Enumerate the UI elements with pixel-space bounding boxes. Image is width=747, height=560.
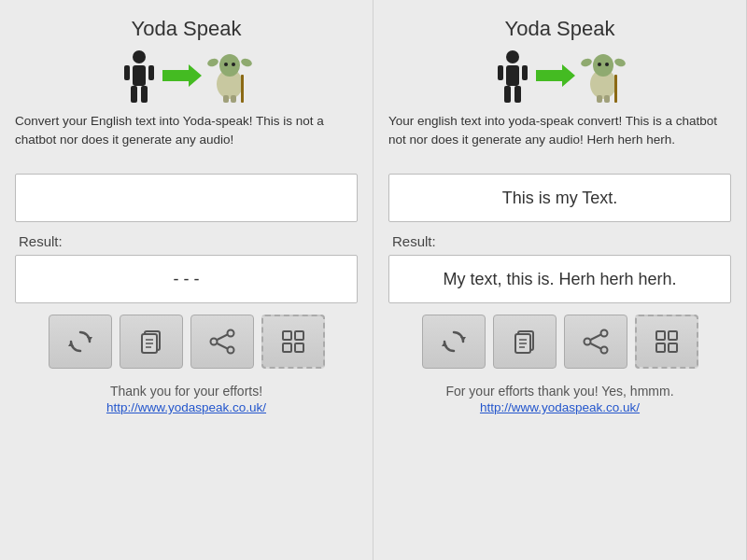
right-grid-button[interactable] bbox=[635, 315, 698, 369]
right-text-input[interactable] bbox=[388, 174, 731, 222]
svg-rect-61 bbox=[669, 331, 677, 340]
svg-point-24 bbox=[227, 347, 233, 354]
svg-rect-30 bbox=[283, 343, 291, 352]
svg-rect-2 bbox=[131, 86, 137, 103]
svg-rect-28 bbox=[283, 331, 291, 340]
svg-point-42 bbox=[613, 57, 625, 68]
svg-rect-14 bbox=[223, 95, 229, 103]
svg-rect-15 bbox=[231, 95, 236, 103]
left-copy-button[interactable] bbox=[120, 315, 183, 369]
svg-marker-17 bbox=[68, 342, 74, 346]
person-icon bbox=[121, 49, 157, 103]
grid-icon bbox=[279, 328, 307, 356]
svg-line-59 bbox=[590, 343, 600, 349]
svg-rect-35 bbox=[514, 86, 521, 103]
svg-point-55 bbox=[600, 330, 607, 337]
right-refresh-button[interactable] bbox=[422, 315, 486, 369]
svg-rect-45 bbox=[614, 75, 617, 103]
right-app-title: Yoda Speak bbox=[505, 17, 615, 41]
right-grid-icon bbox=[653, 328, 681, 356]
svg-rect-36 bbox=[498, 65, 503, 80]
svg-rect-29 bbox=[295, 331, 303, 340]
svg-rect-33 bbox=[506, 65, 519, 86]
svg-rect-60 bbox=[656, 331, 665, 340]
right-panel: Yoda Speak Your english text into bbox=[374, 0, 747, 560]
right-buttons-row bbox=[388, 315, 731, 369]
svg-line-26 bbox=[217, 335, 227, 341]
svg-marker-49 bbox=[442, 342, 447, 346]
svg-point-44 bbox=[605, 63, 609, 66]
svg-point-25 bbox=[210, 339, 217, 345]
right-share-button[interactable] bbox=[564, 315, 627, 369]
svg-rect-5 bbox=[148, 65, 154, 80]
left-panel: Yoda Speak bbox=[0, 0, 374, 560]
svg-point-11 bbox=[224, 63, 228, 66]
svg-point-40 bbox=[593, 54, 613, 77]
right-footer-text: For your efforts thank you! Yes, hmmm. bbox=[445, 384, 673, 399]
left-footer-text: Thank you for your efforts! bbox=[110, 384, 262, 399]
svg-rect-3 bbox=[141, 86, 148, 103]
right-share-icon bbox=[582, 328, 610, 356]
svg-point-10 bbox=[239, 57, 251, 68]
left-result-label: Result: bbox=[19, 233, 63, 249]
svg-point-43 bbox=[598, 63, 601, 66]
right-result-label: Result: bbox=[392, 233, 436, 249]
svg-marker-6 bbox=[162, 64, 202, 87]
right-copy-icon bbox=[511, 328, 539, 356]
left-footer-link[interactable]: http://www.yodaspeak.co.uk/ bbox=[106, 400, 266, 414]
svg-point-56 bbox=[600, 347, 607, 354]
svg-rect-63 bbox=[669, 343, 677, 352]
svg-point-0 bbox=[133, 50, 146, 63]
svg-rect-34 bbox=[504, 86, 511, 103]
left-buttons-row bbox=[15, 315, 358, 369]
svg-rect-31 bbox=[295, 343, 303, 352]
svg-point-9 bbox=[207, 57, 219, 68]
yoda-icon bbox=[207, 49, 252, 103]
svg-point-23 bbox=[227, 330, 233, 337]
left-text-input[interactable] bbox=[15, 174, 358, 222]
svg-rect-47 bbox=[604, 95, 610, 103]
svg-point-8 bbox=[219, 54, 240, 77]
copy-icon bbox=[137, 328, 165, 356]
svg-line-27 bbox=[217, 343, 227, 349]
arrow-icon bbox=[162, 61, 202, 91]
svg-marker-38 bbox=[536, 64, 575, 87]
right-arrow-icon bbox=[536, 61, 575, 91]
left-result-box: - - - bbox=[15, 255, 358, 303]
svg-rect-37 bbox=[522, 65, 528, 80]
right-yoda-icon bbox=[581, 49, 626, 103]
svg-point-41 bbox=[581, 57, 593, 68]
left-hero bbox=[121, 49, 252, 103]
left-refresh-button[interactable] bbox=[49, 315, 112, 369]
right-result-box: My text, this is. Herh herh herh. bbox=[388, 255, 731, 303]
left-grid-button[interactable] bbox=[261, 315, 325, 369]
svg-marker-48 bbox=[460, 337, 466, 342]
svg-rect-13 bbox=[241, 75, 244, 103]
right-footer-link[interactable]: http://www.yodaspeak.co.uk/ bbox=[480, 400, 640, 414]
svg-rect-46 bbox=[597, 95, 602, 103]
svg-rect-1 bbox=[133, 65, 146, 86]
right-refresh-icon bbox=[440, 328, 468, 356]
svg-rect-62 bbox=[656, 343, 665, 352]
share-icon bbox=[208, 328, 236, 356]
svg-marker-16 bbox=[87, 337, 92, 342]
svg-line-58 bbox=[590, 335, 600, 341]
svg-point-12 bbox=[232, 63, 235, 66]
svg-point-32 bbox=[506, 50, 519, 63]
left-app-title: Yoda Speak bbox=[132, 17, 242, 41]
right-hero bbox=[495, 49, 626, 103]
left-description: Convert your English text into Yoda-spea… bbox=[15, 112, 358, 161]
right-description: Your english text into yoda-speak conver… bbox=[388, 112, 731, 161]
svg-point-57 bbox=[584, 339, 590, 345]
svg-rect-4 bbox=[124, 65, 130, 80]
refresh-icon bbox=[66, 328, 94, 356]
right-person-icon bbox=[495, 49, 530, 103]
right-copy-button[interactable] bbox=[493, 315, 557, 369]
left-share-button[interactable] bbox=[190, 315, 254, 369]
